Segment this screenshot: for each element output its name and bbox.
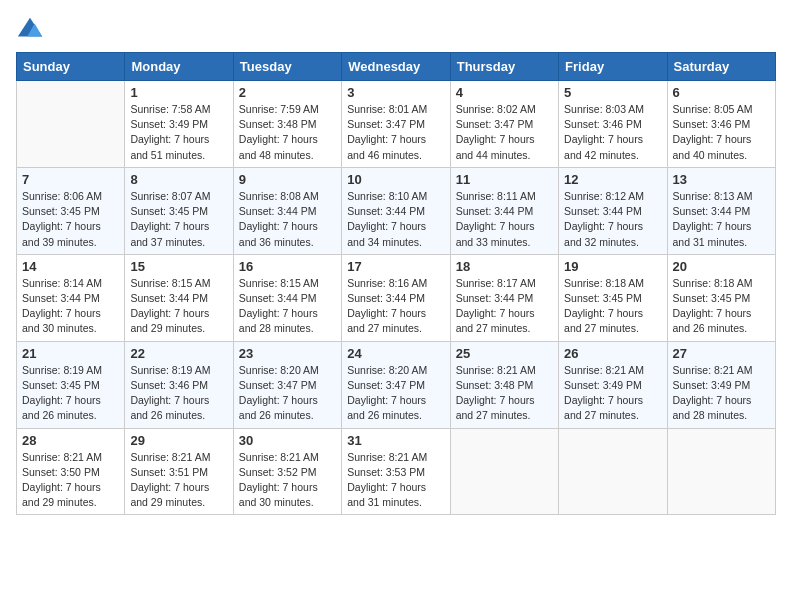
calendar-cell	[559, 428, 667, 515]
sunset: Sunset: 3:44 PM	[347, 205, 425, 217]
sunset: Sunset: 3:45 PM	[130, 205, 208, 217]
daylight: Daylight: 7 hours and 39 minutes.	[22, 220, 101, 247]
day-number: 27	[673, 346, 770, 361]
calendar-cell	[667, 428, 775, 515]
day-number: 6	[673, 85, 770, 100]
day-number: 24	[347, 346, 444, 361]
cell-info: Sunrise: 8:21 AM Sunset: 3:49 PM Dayligh…	[673, 363, 770, 424]
daylight: Daylight: 7 hours and 42 minutes.	[564, 133, 643, 160]
calendar-cell	[450, 428, 558, 515]
daylight: Daylight: 7 hours and 28 minutes.	[239, 307, 318, 334]
cell-info: Sunrise: 8:21 AM Sunset: 3:51 PM Dayligh…	[130, 450, 227, 511]
cell-info: Sunrise: 8:19 AM Sunset: 3:46 PM Dayligh…	[130, 363, 227, 424]
calendar-cell: 17 Sunrise: 8:16 AM Sunset: 3:44 PM Dayl…	[342, 254, 450, 341]
sunset: Sunset: 3:48 PM	[456, 379, 534, 391]
calendar-cell: 5 Sunrise: 8:03 AM Sunset: 3:46 PM Dayli…	[559, 81, 667, 168]
sunset: Sunset: 3:48 PM	[239, 118, 317, 130]
cell-info: Sunrise: 8:17 AM Sunset: 3:44 PM Dayligh…	[456, 276, 553, 337]
calendar-week-1: 1 Sunrise: 7:58 AM Sunset: 3:49 PM Dayli…	[17, 81, 776, 168]
sunset: Sunset: 3:46 PM	[564, 118, 642, 130]
calendar-cell: 4 Sunrise: 8:02 AM Sunset: 3:47 PM Dayli…	[450, 81, 558, 168]
calendar-cell: 31 Sunrise: 8:21 AM Sunset: 3:53 PM Dayl…	[342, 428, 450, 515]
day-number: 5	[564, 85, 661, 100]
calendar-cell: 21 Sunrise: 8:19 AM Sunset: 3:45 PM Dayl…	[17, 341, 125, 428]
day-number: 22	[130, 346, 227, 361]
sunrise: Sunrise: 8:01 AM	[347, 103, 427, 115]
cell-info: Sunrise: 8:06 AM Sunset: 3:45 PM Dayligh…	[22, 189, 119, 250]
cell-info: Sunrise: 8:05 AM Sunset: 3:46 PM Dayligh…	[673, 102, 770, 163]
daylight: Daylight: 7 hours and 27 minutes.	[564, 307, 643, 334]
cell-info: Sunrise: 8:15 AM Sunset: 3:44 PM Dayligh…	[130, 276, 227, 337]
day-number: 9	[239, 172, 336, 187]
day-number: 16	[239, 259, 336, 274]
sunset: Sunset: 3:47 PM	[347, 118, 425, 130]
daylight: Daylight: 7 hours and 27 minutes.	[456, 307, 535, 334]
day-number: 10	[347, 172, 444, 187]
day-number: 25	[456, 346, 553, 361]
cell-info: Sunrise: 8:19 AM Sunset: 3:45 PM Dayligh…	[22, 363, 119, 424]
sunset: Sunset: 3:46 PM	[130, 379, 208, 391]
calendar-table: SundayMondayTuesdayWednesdayThursdayFrid…	[16, 52, 776, 515]
sunset: Sunset: 3:47 PM	[456, 118, 534, 130]
cell-info: Sunrise: 8:03 AM Sunset: 3:46 PM Dayligh…	[564, 102, 661, 163]
cell-info: Sunrise: 8:08 AM Sunset: 3:44 PM Dayligh…	[239, 189, 336, 250]
daylight: Daylight: 7 hours and 27 minutes.	[564, 394, 643, 421]
cell-info: Sunrise: 8:21 AM Sunset: 3:52 PM Dayligh…	[239, 450, 336, 511]
sunrise: Sunrise: 7:59 AM	[239, 103, 319, 115]
cell-info: Sunrise: 8:10 AM Sunset: 3:44 PM Dayligh…	[347, 189, 444, 250]
calendar-cell: 1 Sunrise: 7:58 AM Sunset: 3:49 PM Dayli…	[125, 81, 233, 168]
logo-icon	[16, 16, 44, 44]
day-number: 29	[130, 433, 227, 448]
sunset: Sunset: 3:47 PM	[347, 379, 425, 391]
sunset: Sunset: 3:49 PM	[130, 118, 208, 130]
calendar-cell: 2 Sunrise: 7:59 AM Sunset: 3:48 PM Dayli…	[233, 81, 341, 168]
daylight: Daylight: 7 hours and 28 minutes.	[673, 394, 752, 421]
sunrise: Sunrise: 8:18 AM	[673, 277, 753, 289]
day-number: 31	[347, 433, 444, 448]
sunrise: Sunrise: 8:08 AM	[239, 190, 319, 202]
sunrise: Sunrise: 8:16 AM	[347, 277, 427, 289]
sunrise: Sunrise: 8:15 AM	[130, 277, 210, 289]
day-number: 8	[130, 172, 227, 187]
cell-info: Sunrise: 8:20 AM Sunset: 3:47 PM Dayligh…	[239, 363, 336, 424]
sunset: Sunset: 3:45 PM	[564, 292, 642, 304]
day-number: 19	[564, 259, 661, 274]
sunrise: Sunrise: 8:07 AM	[130, 190, 210, 202]
header-day-tuesday: Tuesday	[233, 53, 341, 81]
cell-info: Sunrise: 8:01 AM Sunset: 3:47 PM Dayligh…	[347, 102, 444, 163]
cell-info: Sunrise: 8:21 AM Sunset: 3:49 PM Dayligh…	[564, 363, 661, 424]
sunset: Sunset: 3:44 PM	[239, 205, 317, 217]
day-number: 30	[239, 433, 336, 448]
daylight: Daylight: 7 hours and 27 minutes.	[456, 394, 535, 421]
daylight: Daylight: 7 hours and 30 minutes.	[239, 481, 318, 508]
sunrise: Sunrise: 8:15 AM	[239, 277, 319, 289]
day-number: 18	[456, 259, 553, 274]
sunrise: Sunrise: 8:21 AM	[673, 364, 753, 376]
sunset: Sunset: 3:46 PM	[673, 118, 751, 130]
daylight: Daylight: 7 hours and 40 minutes.	[673, 133, 752, 160]
cell-info: Sunrise: 8:07 AM Sunset: 3:45 PM Dayligh…	[130, 189, 227, 250]
sunrise: Sunrise: 7:58 AM	[130, 103, 210, 115]
daylight: Daylight: 7 hours and 51 minutes.	[130, 133, 209, 160]
calendar-cell: 20 Sunrise: 8:18 AM Sunset: 3:45 PM Dayl…	[667, 254, 775, 341]
cell-info: Sunrise: 8:21 AM Sunset: 3:48 PM Dayligh…	[456, 363, 553, 424]
calendar-week-3: 14 Sunrise: 8:14 AM Sunset: 3:44 PM Dayl…	[17, 254, 776, 341]
logo	[16, 16, 48, 44]
calendar-cell: 13 Sunrise: 8:13 AM Sunset: 3:44 PM Dayl…	[667, 167, 775, 254]
sunset: Sunset: 3:44 PM	[239, 292, 317, 304]
sunset: Sunset: 3:53 PM	[347, 466, 425, 478]
sunrise: Sunrise: 8:17 AM	[456, 277, 536, 289]
daylight: Daylight: 7 hours and 34 minutes.	[347, 220, 426, 247]
sunrise: Sunrise: 8:11 AM	[456, 190, 536, 202]
calendar-cell: 22 Sunrise: 8:19 AM Sunset: 3:46 PM Dayl…	[125, 341, 233, 428]
day-number: 2	[239, 85, 336, 100]
day-number: 3	[347, 85, 444, 100]
sunset: Sunset: 3:45 PM	[22, 379, 100, 391]
daylight: Daylight: 7 hours and 46 minutes.	[347, 133, 426, 160]
daylight: Daylight: 7 hours and 26 minutes.	[22, 394, 101, 421]
cell-info: Sunrise: 8:21 AM Sunset: 3:53 PM Dayligh…	[347, 450, 444, 511]
sunset: Sunset: 3:47 PM	[239, 379, 317, 391]
calendar-cell: 27 Sunrise: 8:21 AM Sunset: 3:49 PM Dayl…	[667, 341, 775, 428]
sunrise: Sunrise: 8:06 AM	[22, 190, 102, 202]
day-number: 12	[564, 172, 661, 187]
